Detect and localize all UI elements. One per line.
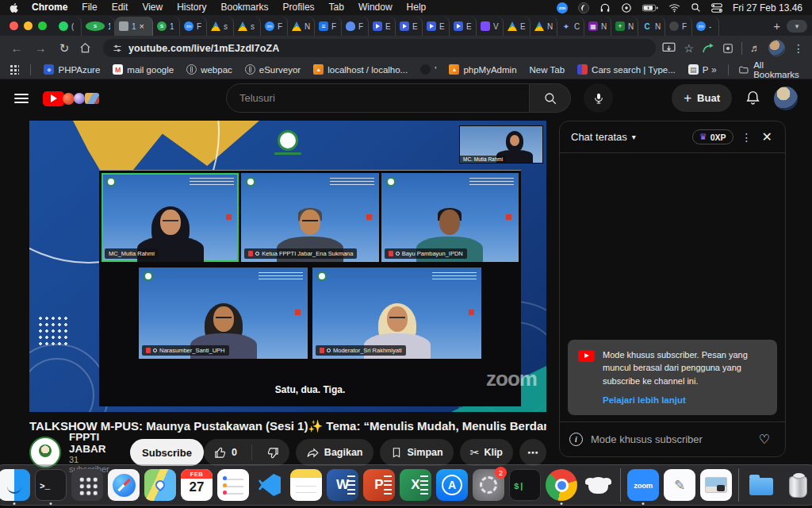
minimize-window-button[interactable] — [24, 21, 33, 30]
zoom-window-button[interactable] — [38, 21, 47, 30]
menu-bar-clock[interactable]: Fri 27 Feb 13.46 — [733, 2, 802, 13]
heart-icon[interactable]: ♡ — [753, 429, 776, 451]
youtube-logo[interactable] — [43, 91, 99, 106]
apps-grid-icon[interactable] — [10, 64, 19, 75]
chat-filter-label[interactable]: Chat teratas — [571, 131, 627, 143]
dock-item[interactable] — [546, 469, 577, 501]
browser-tab[interactable]: ( × — [55, 17, 82, 36]
menu-window[interactable]: Window — [351, 0, 400, 15]
control-center-icon[interactable] — [711, 3, 722, 13]
dock-item[interactable] — [700, 469, 732, 501]
menu-tab[interactable]: Tab — [322, 0, 351, 15]
notifications-bell-icon[interactable] — [745, 90, 761, 106]
menu-chrome[interactable]: Chrome — [25, 0, 75, 15]
bookmark-item[interactable]: Cars search | Type... — [572, 63, 681, 76]
screen-record-icon[interactable] — [621, 2, 632, 13]
browser-tab[interactable]: N × — [611, 17, 638, 36]
bookmark-item[interactable]: New Tab — [524, 64, 571, 76]
dock-item[interactable] — [582, 469, 614, 501]
send-to-device-icon[interactable] — [662, 42, 676, 54]
menu-bookmarks[interactable]: Bookmarks — [214, 0, 276, 15]
dock-item[interactable] — [108, 469, 140, 501]
browser-profile-avatar[interactable] — [768, 40, 785, 56]
dock-item[interactable] — [254, 469, 285, 501]
search-input[interactable] — [226, 83, 530, 113]
tab-close-icon[interactable]: × — [140, 21, 144, 31]
browser-tab[interactable]: C × — [557, 17, 584, 36]
menu-help[interactable]: Help — [400, 0, 434, 15]
chevron-down-icon[interactable]: ▾ — [632, 133, 636, 141]
browser-menu-icon[interactable]: ⋮ — [793, 42, 804, 55]
menu-edit[interactable]: Edit — [105, 0, 136, 15]
bookmarks-overflow-chevron[interactable]: » — [711, 64, 717, 75]
dock-item[interactable]: zoom — [627, 469, 659, 501]
browser-tab[interactable]: - × — [692, 17, 719, 36]
dock-item[interactable] — [144, 469, 176, 501]
dock-item[interactable]: ✎ — [664, 469, 695, 501]
bookmark-star-icon[interactable]: ☆ — [684, 42, 694, 55]
dock-item[interactable] — [782, 469, 812, 501]
browser-tab[interactable]: 1 × — [115, 17, 153, 36]
browser-tab[interactable]: N × — [530, 17, 557, 36]
dock-item[interactable] — [745, 469, 777, 501]
browser-tab[interactable]: 1 × — [82, 17, 115, 36]
browser-tab[interactable]: F × — [261, 17, 288, 36]
browser-tab[interactable]: F × — [342, 17, 369, 36]
chat-messages-area[interactable]: Mode khusus subscriber. Pesan yang muncu… — [560, 153, 785, 421]
menu-profiles[interactable]: Profiles — [276, 0, 322, 15]
wifi-icon[interactable] — [668, 3, 680, 13]
browser-tab[interactable]: E × — [396, 17, 423, 36]
new-tab-button[interactable]: + — [767, 17, 787, 36]
music-list-extension-icon[interactable]: ♬ — [750, 42, 760, 54]
back-icon[interactable]: ← — [8, 41, 25, 55]
home-icon[interactable] — [79, 42, 97, 54]
profile-avatar[interactable] — [774, 87, 798, 110]
search-button[interactable] — [530, 83, 571, 113]
browser-tab[interactable]: V × — [477, 17, 504, 36]
apple-icon[interactable] — [10, 2, 20, 13]
bookmark-item[interactable]: localhost / localho... — [308, 63, 413, 76]
subscribe-button[interactable]: Subscribe — [130, 439, 204, 466]
dock-item[interactable] — [0, 469, 30, 501]
share-button[interactable]: Bagikan — [296, 439, 373, 466]
forward-icon[interactable]: → — [32, 41, 49, 55]
channel-name[interactable]: FPPTI JABAR — [69, 431, 117, 455]
video-player[interactable]: MC. Mutia Rahmi MC_Mutia Rahmi — [29, 121, 546, 412]
bookmark-item[interactable]: ' — [415, 63, 442, 76]
dock-item[interactable] — [290, 469, 322, 501]
bookmark-item[interactable]: Perpustakaan Digi... — [683, 63, 708, 76]
url-text[interactable]: youtube.com/live/1mEJzdI7oZA — [128, 43, 279, 54]
create-button[interactable]: + Buat — [672, 84, 732, 112]
dislike-button[interactable] — [257, 439, 289, 466]
browser-tab[interactable]: E × — [450, 17, 477, 36]
dock-item[interactable]: A — [436, 469, 468, 501]
save-button[interactable]: Simpan — [380, 439, 454, 466]
dock-item[interactable]: >_ — [35, 469, 67, 501]
more-actions-button[interactable]: ⋯ — [519, 439, 546, 466]
extension-arrow-icon[interactable] — [702, 42, 714, 54]
channel-avatar[interactable] — [29, 437, 61, 468]
clip-button[interactable]: ✂ Klip — [460, 439, 513, 466]
browser-tab[interactable]: E × — [423, 17, 450, 36]
menu-file[interactable]: File — [75, 0, 104, 15]
browser-tab[interactable]: F × — [315, 17, 342, 36]
browser-tab[interactable]: E × — [369, 17, 396, 36]
bookmark-item[interactable]: eSurveyor — [239, 63, 306, 76]
voice-search-button[interactable] — [584, 83, 613, 113]
spotlight-icon[interactable] — [691, 2, 701, 13]
browser-tab[interactable]: s × — [234, 17, 261, 36]
browser-tab[interactable]: N × — [638, 17, 665, 36]
dock-item[interactable]: $| — [509, 469, 541, 501]
battery-icon[interactable] — [642, 3, 658, 13]
app-circle-icon[interactable] — [578, 2, 589, 13]
menu-view[interactable]: View — [135, 0, 170, 15]
browser-tab[interactable]: s × — [207, 17, 234, 36]
browser-tab[interactable]: F × — [180, 17, 207, 36]
dock-item[interactable] — [738, 468, 739, 502]
browser-tab[interactable]: N × — [288, 17, 315, 36]
dock-item[interactable] — [71, 469, 103, 501]
all-bookmarks-button[interactable]: All Bookmarks — [739, 60, 802, 79]
chat-close-icon[interactable]: ✕ — [760, 129, 774, 144]
headphones-icon[interactable] — [599, 2, 611, 13]
tab-search-button[interactable]: ▾ — [787, 20, 807, 33]
